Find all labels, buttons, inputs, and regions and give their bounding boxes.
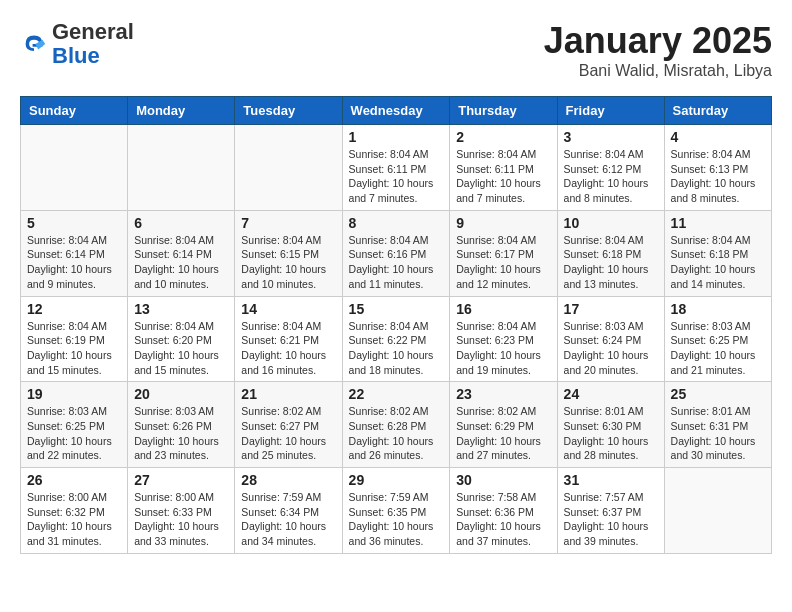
logo-text: General Blue [52,20,134,68]
calendar-day: 15Sunrise: 8:04 AM Sunset: 6:22 PM Dayli… [342,296,450,382]
day-info: Sunrise: 7:59 AM Sunset: 6:34 PM Dayligh… [241,490,335,549]
calendar-day: 21Sunrise: 8:02 AM Sunset: 6:27 PM Dayli… [235,382,342,468]
calendar-day: 17Sunrise: 8:03 AM Sunset: 6:24 PM Dayli… [557,296,664,382]
day-info: Sunrise: 8:03 AM Sunset: 6:25 PM Dayligh… [27,404,121,463]
calendar-day: 18Sunrise: 8:03 AM Sunset: 6:25 PM Dayli… [664,296,771,382]
day-info: Sunrise: 8:03 AM Sunset: 6:24 PM Dayligh… [564,319,658,378]
calendar-week-row: 1Sunrise: 8:04 AM Sunset: 6:11 PM Daylig… [21,125,772,211]
calendar-day [21,125,128,211]
day-info: Sunrise: 8:04 AM Sunset: 6:23 PM Dayligh… [456,319,550,378]
day-info: Sunrise: 8:01 AM Sunset: 6:30 PM Dayligh… [564,404,658,463]
day-number: 9 [456,215,550,231]
day-header-monday: Monday [128,97,235,125]
day-number: 17 [564,301,658,317]
calendar-day: 11Sunrise: 8:04 AM Sunset: 6:18 PM Dayli… [664,210,771,296]
calendar-week-row: 5Sunrise: 8:04 AM Sunset: 6:14 PM Daylig… [21,210,772,296]
day-info: Sunrise: 8:04 AM Sunset: 6:14 PM Dayligh… [27,233,121,292]
day-number: 13 [134,301,228,317]
day-number: 11 [671,215,765,231]
day-number: 27 [134,472,228,488]
day-info: Sunrise: 8:00 AM Sunset: 6:32 PM Dayligh… [27,490,121,549]
day-number: 1 [349,129,444,145]
day-number: 31 [564,472,658,488]
calendar-week-row: 12Sunrise: 8:04 AM Sunset: 6:19 PM Dayli… [21,296,772,382]
calendar-table: SundayMondayTuesdayWednesdayThursdayFrid… [20,96,772,554]
day-info: Sunrise: 7:58 AM Sunset: 6:36 PM Dayligh… [456,490,550,549]
day-number: 5 [27,215,121,231]
day-info: Sunrise: 8:04 AM Sunset: 6:22 PM Dayligh… [349,319,444,378]
day-header-friday: Friday [557,97,664,125]
day-header-saturday: Saturday [664,97,771,125]
day-number: 15 [349,301,444,317]
day-number: 16 [456,301,550,317]
day-header-sunday: Sunday [21,97,128,125]
logo: General Blue [20,20,134,68]
day-number: 3 [564,129,658,145]
day-info: Sunrise: 8:04 AM Sunset: 6:13 PM Dayligh… [671,147,765,206]
calendar-day [128,125,235,211]
day-header-wednesday: Wednesday [342,97,450,125]
page-header: General Blue January 2025 Bani Walid, Mi… [20,20,772,80]
day-header-thursday: Thursday [450,97,557,125]
calendar-day: 29Sunrise: 7:59 AM Sunset: 6:35 PM Dayli… [342,468,450,554]
calendar-day: 25Sunrise: 8:01 AM Sunset: 6:31 PM Dayli… [664,382,771,468]
day-header-tuesday: Tuesday [235,97,342,125]
day-number: 2 [456,129,550,145]
day-info: Sunrise: 8:01 AM Sunset: 6:31 PM Dayligh… [671,404,765,463]
day-number: 10 [564,215,658,231]
day-info: Sunrise: 8:04 AM Sunset: 6:18 PM Dayligh… [671,233,765,292]
calendar-day: 31Sunrise: 7:57 AM Sunset: 6:37 PM Dayli… [557,468,664,554]
day-info: Sunrise: 8:04 AM Sunset: 6:12 PM Dayligh… [564,147,658,206]
day-info: Sunrise: 8:04 AM Sunset: 6:14 PM Dayligh… [134,233,228,292]
day-number: 23 [456,386,550,402]
day-info: Sunrise: 8:04 AM Sunset: 6:16 PM Dayligh… [349,233,444,292]
day-info: Sunrise: 8:02 AM Sunset: 6:29 PM Dayligh… [456,404,550,463]
day-info: Sunrise: 8:04 AM Sunset: 6:15 PM Dayligh… [241,233,335,292]
day-number: 12 [27,301,121,317]
calendar-day: 8Sunrise: 8:04 AM Sunset: 6:16 PM Daylig… [342,210,450,296]
day-number: 24 [564,386,658,402]
calendar-day: 2Sunrise: 8:04 AM Sunset: 6:11 PM Daylig… [450,125,557,211]
day-number: 8 [349,215,444,231]
day-number: 30 [456,472,550,488]
calendar-day: 30Sunrise: 7:58 AM Sunset: 6:36 PM Dayli… [450,468,557,554]
calendar-day: 27Sunrise: 8:00 AM Sunset: 6:33 PM Dayli… [128,468,235,554]
day-number: 14 [241,301,335,317]
title-area: January 2025 Bani Walid, Misratah, Libya [544,20,772,80]
day-info: Sunrise: 7:57 AM Sunset: 6:37 PM Dayligh… [564,490,658,549]
month-title: January 2025 [544,20,772,62]
calendar-day: 22Sunrise: 8:02 AM Sunset: 6:28 PM Dayli… [342,382,450,468]
calendar-week-row: 26Sunrise: 8:00 AM Sunset: 6:32 PM Dayli… [21,468,772,554]
calendar-day: 13Sunrise: 8:04 AM Sunset: 6:20 PM Dayli… [128,296,235,382]
calendar-day: 23Sunrise: 8:02 AM Sunset: 6:29 PM Dayli… [450,382,557,468]
calendar-day: 24Sunrise: 8:01 AM Sunset: 6:30 PM Dayli… [557,382,664,468]
calendar-day: 16Sunrise: 8:04 AM Sunset: 6:23 PM Dayli… [450,296,557,382]
day-number: 7 [241,215,335,231]
day-info: Sunrise: 7:59 AM Sunset: 6:35 PM Dayligh… [349,490,444,549]
day-info: Sunrise: 8:04 AM Sunset: 6:17 PM Dayligh… [456,233,550,292]
day-info: Sunrise: 8:04 AM Sunset: 6:21 PM Dayligh… [241,319,335,378]
day-info: Sunrise: 8:04 AM Sunset: 6:19 PM Dayligh… [27,319,121,378]
calendar-day: 28Sunrise: 7:59 AM Sunset: 6:34 PM Dayli… [235,468,342,554]
day-number: 19 [27,386,121,402]
day-number: 18 [671,301,765,317]
day-number: 20 [134,386,228,402]
calendar-day: 19Sunrise: 8:03 AM Sunset: 6:25 PM Dayli… [21,382,128,468]
calendar-day: 6Sunrise: 8:04 AM Sunset: 6:14 PM Daylig… [128,210,235,296]
calendar-day: 5Sunrise: 8:04 AM Sunset: 6:14 PM Daylig… [21,210,128,296]
calendar-day: 14Sunrise: 8:04 AM Sunset: 6:21 PM Dayli… [235,296,342,382]
day-info: Sunrise: 8:00 AM Sunset: 6:33 PM Dayligh… [134,490,228,549]
day-info: Sunrise: 8:02 AM Sunset: 6:27 PM Dayligh… [241,404,335,463]
day-number: 29 [349,472,444,488]
calendar-day: 9Sunrise: 8:04 AM Sunset: 6:17 PM Daylig… [450,210,557,296]
day-number: 4 [671,129,765,145]
calendar-day: 7Sunrise: 8:04 AM Sunset: 6:15 PM Daylig… [235,210,342,296]
calendar-day: 26Sunrise: 8:00 AM Sunset: 6:32 PM Dayli… [21,468,128,554]
day-number: 28 [241,472,335,488]
day-info: Sunrise: 8:03 AM Sunset: 6:25 PM Dayligh… [671,319,765,378]
calendar-week-row: 19Sunrise: 8:03 AM Sunset: 6:25 PM Dayli… [21,382,772,468]
calendar-day: 20Sunrise: 8:03 AM Sunset: 6:26 PM Dayli… [128,382,235,468]
calendar-day [235,125,342,211]
logo-icon [20,30,48,58]
calendar-day: 3Sunrise: 8:04 AM Sunset: 6:12 PM Daylig… [557,125,664,211]
